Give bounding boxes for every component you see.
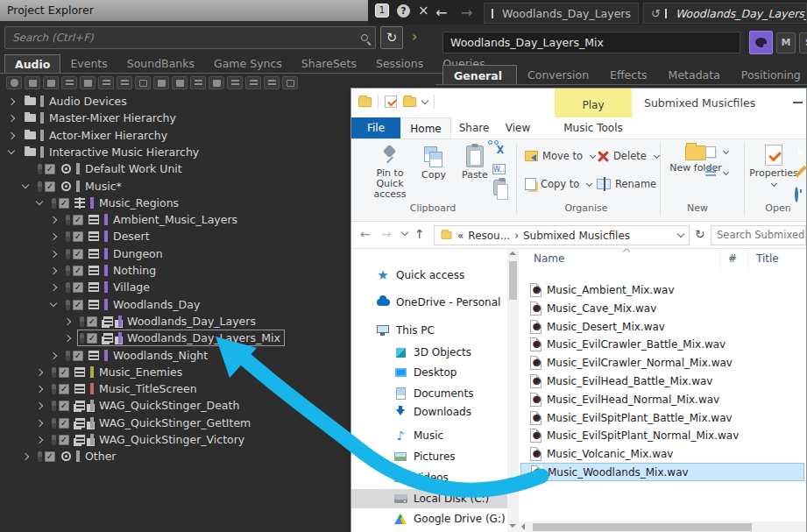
- mute-button[interactable]: M: [776, 32, 796, 53]
- checkbox[interactable]: ✓: [59, 367, 69, 378]
- checkbox[interactable]: ✓: [73, 300, 83, 310]
- music-switch-icon[interactable]: [227, 76, 243, 89]
- easy-access-button[interactable]: [705, 167, 728, 178]
- nav-vertical-scrollbar[interactable]: [507, 249, 519, 532]
- nav-item-3d-objects[interactable]: 3D Objects: [351, 343, 507, 362]
- delete-button[interactable]: Delete: [597, 150, 659, 162]
- nav-item-onedrive-personal[interactable]: OneDrive - Personal: [351, 293, 507, 312]
- history-button[interactable]: [795, 188, 798, 201]
- chevron-down-icon[interactable]: [677, 231, 684, 238]
- virtual-folder-icon[interactable]: [43, 76, 59, 89]
- column-divider[interactable]: [719, 249, 720, 272]
- tree-item-actor-mixer-hierarchy[interactable]: Actor-Mixer Hierarchy: [0, 127, 350, 144]
- color-palette-button[interactable]: [749, 31, 773, 54]
- nav-item-desktop[interactable]: Desktop: [351, 363, 507, 382]
- editor-forward-icon[interactable]: →: [461, 4, 472, 21]
- tree-item-music-[interactable]: ✓Music*: [0, 178, 350, 195]
- chevron-right-icon[interactable]: [36, 368, 43, 375]
- tab-conversion[interactable]: Conversion: [517, 65, 599, 85]
- chevron-down-icon[interactable]: [36, 198, 43, 205]
- nav-item-google-drive-g-[interactable]: Google Drive (G:): [351, 509, 507, 528]
- checkbox[interactable]: ✓: [59, 384, 69, 394]
- sound-sfx-icon[interactable]: [153, 76, 169, 89]
- tree-item-wag-quickstinger-victory[interactable]: ✓WAG_QuickStinger_Victory: [0, 431, 350, 448]
- copy-to-button[interactable]: Copy to: [525, 178, 591, 190]
- nav-item-pictures[interactable]: Pictures: [351, 447, 507, 466]
- checkbox[interactable]: ✓: [59, 418, 69, 429]
- checkbox[interactable]: ✓: [87, 316, 97, 327]
- checkbox[interactable]: ✓: [45, 181, 55, 192]
- nav-item-local-disk-c-[interactable]: Local Disk (C:): [351, 489, 507, 508]
- breadcrumb-parent[interactable]: Resou...: [468, 230, 510, 242]
- tree-item-music-regions[interactable]: ✓Music_Regions: [0, 195, 350, 211]
- solo-button[interactable]: S: [799, 32, 807, 53]
- refresh-icon[interactable]: ↻: [695, 227, 705, 241]
- file-row-music-evilspitplant-normal-mix-wav[interactable]: Music_EvilSpitPlant_Normal_Mix.wav: [520, 426, 804, 444]
- scrollbar-thumb[interactable]: [533, 523, 752, 531]
- column-header-number[interactable]: #: [728, 252, 737, 265]
- music-track-icon[interactable]: [282, 76, 298, 89]
- tab-soundbanks[interactable]: SoundBanks: [117, 54, 204, 74]
- chevron-down-icon[interactable]: [421, 96, 428, 103]
- nav-item-downloads[interactable]: Downloads: [351, 402, 507, 422]
- chevron-right-icon[interactable]: [64, 334, 71, 341]
- document-tab-woodlands_day_layers[interactable]: Woodlands_Day_Layers: [484, 3, 639, 24]
- nav-item-quick-access[interactable]: ★Quick access: [351, 266, 507, 285]
- checkmark-icon[interactable]: [385, 96, 397, 108]
- minimize-icon[interactable]: [793, 102, 803, 103]
- tab-general-settings[interactable]: General Settings: [442, 65, 517, 85]
- tree-item-music-titlescreen[interactable]: ✓Music_TitleScreen: [0, 380, 350, 397]
- search-input[interactable]: Search (Ctrl+F): [4, 26, 376, 49]
- checkbox[interactable]: ✓: [87, 333, 97, 344]
- chevron-right-icon[interactable]: [8, 131, 15, 138]
- chevron-right-icon[interactable]: [50, 351, 57, 358]
- tab-positioning[interactable]: Positioning: [731, 65, 807, 85]
- checkbox[interactable]: ✓: [45, 164, 55, 174]
- work-unit-icon[interactable]: [6, 76, 22, 89]
- ribbon-tab-view[interactable]: View: [497, 117, 539, 138]
- file-row-music-evilhead-normal-mix-wav[interactable]: Music_EvilHead_Normal_Mix.wav: [520, 390, 804, 408]
- chevron-right-icon[interactable]: [50, 266, 57, 273]
- tree-item-dungeon[interactable]: ✓Dungeon: [0, 245, 350, 262]
- rename-button[interactable]: Rename: [597, 178, 656, 190]
- chevron-right-icon[interactable]: [50, 232, 57, 239]
- chevron-right-icon[interactable]: [64, 317, 71, 324]
- file-row-music-desert-mix-wav[interactable]: Music_Desert_Mix.wav: [520, 317, 804, 336]
- tree-item-woodlands-night[interactable]: ✓Woodlands_Night: [0, 347, 350, 364]
- file-row-music-evilspitplant-battle-mix-wav[interactable]: Music_EvilSpitPlant_Battle_Mix.wav: [520, 408, 804, 427]
- random-container-icon[interactable]: [117, 76, 132, 89]
- chevron-right-icon[interactable]: [22, 452, 29, 459]
- copy-path-button[interactable]: W...: [492, 164, 506, 174]
- checkbox[interactable]: ✓: [73, 231, 83, 242]
- ribbon-tab-music-tools[interactable]: Music Tools: [555, 117, 632, 139]
- folder-icon[interactable]: [25, 76, 40, 89]
- chevron-right-icon[interactable]: [8, 114, 15, 121]
- source-plugin-icon[interactable]: [190, 76, 206, 89]
- nav-item-this-pc[interactable]: This PC: [351, 321, 507, 340]
- paste-shortcut-button[interactable]: [493, 180, 506, 195]
- chevron-right-icon[interactable]: [36, 385, 43, 392]
- breadcrumb-current[interactable]: Submixed Musicfiles: [523, 230, 630, 242]
- tree-item-desert[interactable]: ✓Desert: [0, 228, 350, 245]
- music-segment-icon[interactable]: [264, 76, 280, 89]
- column-header-title[interactable]: Title: [756, 252, 779, 265]
- list-horizontal-scrollbar[interactable]: [519, 521, 806, 532]
- tree-item-wag-quickstinger-death[interactable]: ✓WAG_QuickStinger_Death: [0, 397, 350, 414]
- forward-icon[interactable]: →: [381, 227, 392, 241]
- chevron-right-icon[interactable]: [50, 250, 57, 257]
- pin-to-quick-access-button[interactable]: Pin to Quick access: [367, 145, 413, 200]
- checkbox[interactable]: ✓: [59, 401, 69, 411]
- chevron-down-icon[interactable]: [22, 181, 29, 188]
- scroll-up-icon[interactable]: [509, 252, 516, 255]
- editor-back-icon[interactable]: ←: [435, 4, 447, 21]
- blend-container-icon[interactable]: [80, 76, 96, 89]
- checkbox[interactable]: ✓: [73, 249, 83, 259]
- chevron-right-icon[interactable]: [50, 283, 57, 290]
- chevron-right-icon[interactable]: [50, 216, 57, 223]
- close-icon[interactable]: ×: [418, 4, 429, 18]
- sound-voice-icon[interactable]: [172, 76, 188, 89]
- breadcrumb[interactable]: « Resou... › Submixed Musicfiles: [434, 225, 690, 245]
- sequence-container-icon[interactable]: [98, 76, 114, 89]
- effect-icon[interactable]: [209, 76, 224, 89]
- chevron-right-icon[interactable]: [8, 97, 15, 104]
